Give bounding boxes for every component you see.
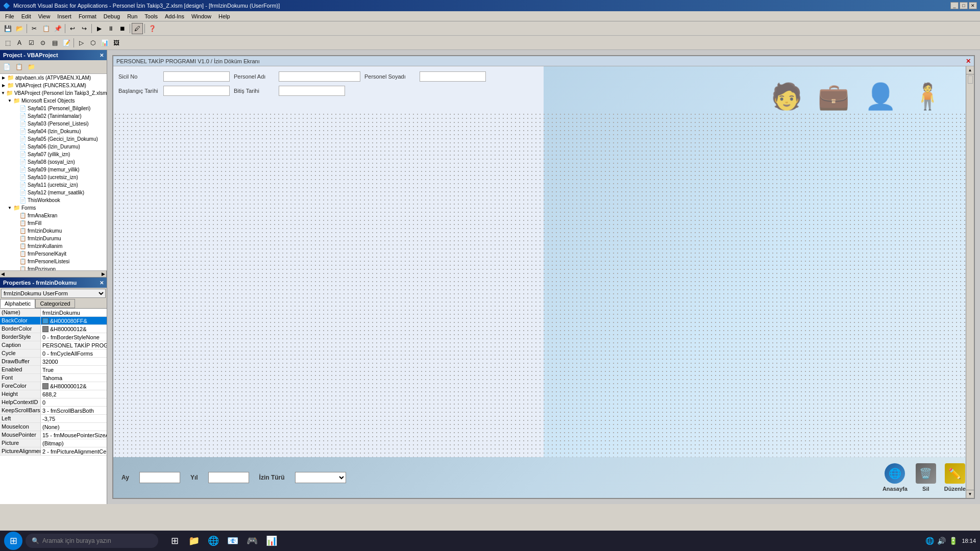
tb2-3[interactable]: ☑ (26, 37, 37, 48)
tb2-1[interactable]: ⬚ (2, 37, 13, 48)
menu-view[interactable]: View (35, 13, 54, 20)
tb2-7[interactable]: ▷ (76, 37, 87, 48)
tab-alphabetic[interactable]: Alphabetic (0, 299, 35, 308)
tree-vbaproj1[interactable]: ▶ 📁 atpvbaen.xls (ATPVBAEN.XLAM) (0, 74, 107, 82)
prop-row-picture[interactable]: Picture (Bitmap) (0, 439, 107, 447)
prop-row-helpcontextid[interactable]: HelpContextID 0 (0, 398, 107, 407)
tree-vbaproj2[interactable]: ▶ 📁 VBAProject (FUNCRES.XLAM) (0, 82, 107, 89)
tb-redo[interactable]: ↪ (79, 23, 90, 34)
scrollbar-thumb[interactable] (968, 76, 973, 84)
tree-thisworkbook[interactable]: 📄 ThisWorkbook (0, 196, 107, 204)
baslangic-tarihi-input[interactable] (163, 86, 230, 96)
prop-row-mousepointer[interactable]: MousePointer 15 - fmMousePointerSizeAll (0, 431, 107, 439)
proj-scroll-left[interactable]: ◀ (1, 271, 5, 277)
tree-frm-izinkullanim[interactable]: 📋 frmIzinKullanim (0, 242, 107, 250)
menu-tools[interactable]: Tools (141, 13, 161, 20)
personel-soyadi-input[interactable] (420, 71, 486, 82)
close-button[interactable]: ✕ (969, 2, 977, 9)
maximize-button[interactable]: □ (960, 2, 968, 9)
prop-row-forecolor[interactable]: ForeColor &H80000012& (0, 382, 107, 390)
tb-design[interactable]: 🖊 (132, 23, 143, 34)
menu-insert[interactable]: Insert (54, 13, 75, 20)
taskbar-icon-edge[interactable]: 🌐 (204, 532, 223, 550)
proj-scroll-right[interactable]: ▶ (102, 271, 105, 277)
menu-format[interactable]: Format (76, 13, 100, 20)
menu-run[interactable]: Run (124, 13, 140, 20)
project-panel-close[interactable]: ✕ (100, 53, 104, 58)
menu-window[interactable]: Window (188, 13, 214, 20)
properties-object-select[interactable]: frmIzinDokumu UserForm (1, 289, 106, 298)
userform-close-button[interactable]: ✕ (966, 58, 971, 65)
tree-sayfa11[interactable]: 📄 Sayfa11 (ucretsiz_izn) (0, 181, 107, 189)
start-button[interactable]: ⊞ (4, 532, 22, 550)
menu-edit[interactable]: Edit (18, 13, 34, 20)
taskbar-icon-steam[interactable]: 🎮 (243, 532, 261, 550)
tree-sayfa09[interactable]: 📄 Sayfa09 (memur_yillik) (0, 166, 107, 173)
tree-sayfa06[interactable]: 📄 Sayfa06 (Izin_Durumu) (0, 143, 107, 151)
tree-frm-pozisyon[interactable]: 📋 frmPozisyon (0, 265, 107, 270)
prop-row-height[interactable]: Height 688,2 (0, 390, 107, 398)
tree-frm-fill[interactable]: 📋 frmFill (0, 219, 107, 227)
view-object[interactable]: 📋 (13, 61, 24, 72)
tree-frm-personelkayit[interactable]: 📋 frmPersonelKayit (0, 250, 107, 258)
izin-turu-select[interactable] (295, 472, 346, 483)
tab-categorized[interactable]: Categorized (35, 299, 75, 308)
personel-adi-input[interactable] (279, 71, 360, 82)
tree-sayfa07[interactable]: 📄 Sayfa07 (yillik_izn) (0, 151, 107, 158)
tb-help[interactable]: ❓ (146, 23, 158, 34)
tb-cut[interactable]: ✂ (29, 23, 40, 34)
toggle-folders[interactable]: 📁 (26, 61, 37, 72)
prop-row-font[interactable]: Font Tahoma (0, 374, 107, 382)
tree-excel-objects[interactable]: ▼ 📁 Microsoft Excel Objects (0, 97, 107, 105)
tree-sayfa10[interactable]: 📄 Sayfa10 (ucretsiz_izn) (0, 173, 107, 181)
taskbar-search[interactable]: 🔍 Aramak için buraya yazın (26, 534, 158, 548)
tree-frm-personellistesi[interactable]: 📋 frmPersonelListesi (0, 258, 107, 265)
tree-sayfa05[interactable]: 📄 Sayfa05 (Gecici_Izin_Dokumu) (0, 135, 107, 143)
tree-frm-anaekran[interactable]: 📋 frmAnaEkran (0, 212, 107, 219)
prop-row-cycle[interactable]: Cycle 0 - fmCycleAllForms (0, 349, 107, 358)
tb-break[interactable]: ⏸ (105, 23, 116, 34)
tb2-9[interactable]: 📊 (99, 37, 110, 48)
tb-undo[interactable]: ↩ (67, 23, 78, 34)
tb2-10[interactable]: 🖼 (111, 37, 122, 48)
anasayfa-button[interactable]: 🌐 Anasayfa (883, 463, 908, 492)
bitis-tarihi-input[interactable] (279, 86, 345, 96)
tb2-6[interactable]: 📝 (61, 37, 72, 48)
tb2-5[interactable]: ▤ (49, 37, 60, 48)
tree-sayfa03[interactable]: 📄 Sayfa03 (Personel_Listesi) (0, 120, 107, 128)
prop-row-bordercolor[interactable]: BorderColor &H80000012& (0, 325, 107, 333)
prop-row-borderstyle[interactable]: BorderStyle 0 - fmBorderStyleNone (0, 333, 107, 341)
tree-sayfa01[interactable]: 📄 Sayfa01 (Personel_Bilgileri) (0, 105, 107, 112)
tb2-4[interactable]: ⊙ (37, 37, 48, 48)
prop-row-drawbuffer[interactable]: DrawBuffer 32000 (0, 358, 107, 366)
tb2-8[interactable]: ⬡ (87, 37, 99, 48)
taskbar-icon-excel[interactable]: 📊 (262, 532, 281, 550)
tb-paste[interactable]: 📌 (52, 23, 63, 34)
form-scrollbar[interactable]: ▲ ▼ (966, 66, 974, 498)
tree-vbaproj3[interactable]: ▼ 📁 VBAProject (Personel İzin Takip3_Z.x… (0, 89, 107, 97)
tree-sayfa02[interactable]: 📄 Sayfa02 (Tanimlamalar) (0, 112, 107, 120)
scrollbar-up[interactable]: ▲ (966, 66, 974, 74)
tree-frm-izindurumu[interactable]: 📋 frmIzinDurumu (0, 235, 107, 242)
tb-save[interactable]: 💾 (2, 23, 13, 34)
prop-row-picturealignment[interactable]: PictureAlignment 2 - fmPictureAlignmentC… (0, 447, 107, 456)
tb-open[interactable]: 📂 (14, 23, 25, 34)
view-code[interactable]: 📄 (1, 61, 12, 72)
tb-reset[interactable]: ⏹ (117, 23, 128, 34)
menu-help[interactable]: Help (215, 13, 233, 20)
tree-forms[interactable]: ▼ 📁 Forms (0, 204, 107, 212)
menu-addins[interactable]: Add-Ins (162, 13, 187, 20)
menu-debug[interactable]: Debug (101, 13, 123, 20)
taskbar-icon-file-explorer[interactable]: 📁 (185, 532, 203, 550)
tree-sayfa12[interactable]: 📄 Sayfa12 (memur_saatlik) (0, 189, 107, 196)
scrollbar-down[interactable]: ▼ (966, 490, 974, 498)
prop-row-keepscrollbars[interactable]: KeepScrollBarsVisible 3 - fmScrollBarsBo… (0, 407, 107, 415)
duzenle-button[interactable]: ✏️ Düzenle (944, 463, 966, 492)
tree-sayfa08[interactable]: 📄 Sayfa08 (sosyal_izn) (0, 158, 107, 166)
tree-sayfa04[interactable]: 📄 Sayfa04 (Izin_Dokumu) (0, 128, 107, 135)
sicil-no-input[interactable] (163, 71, 230, 82)
prop-row-caption[interactable]: Caption PERSONEL TAKİP PROGRAM (0, 341, 107, 349)
prop-row-backcolor[interactable]: BackColor &H000080FF& (0, 317, 107, 325)
yil-input[interactable] (208, 472, 249, 483)
tb-run[interactable]: ▶ (93, 23, 105, 34)
